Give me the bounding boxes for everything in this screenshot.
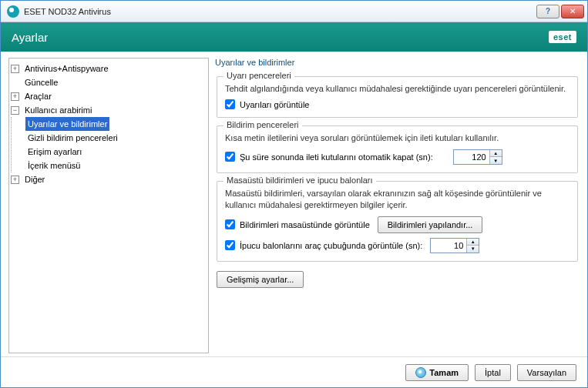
group-desc: Kısa metin iletilerini veya soruları gör… [225, 132, 570, 144]
spinner: ▲ ▼ [489, 150, 502, 164]
tree-item-tools[interactable]: + Araçlar [11, 89, 207, 103]
checkbox-desktop-notify[interactable]: Bildirimleri masaüstünde görüntüle [225, 219, 370, 229]
number-input[interactable] [454, 150, 489, 164]
nav-tree[interactable]: + Antivirus+Antispyware + Güncelle + Ara… [8, 58, 209, 353]
defaults-button[interactable]: Varsayılan [517, 364, 576, 381]
tree-item-update[interactable]: + Güncelle [11, 75, 207, 89]
autoclose-seconds-input[interactable]: ▲ ▼ [453, 149, 502, 165]
close-button[interactable]: ✕ [561, 5, 584, 18]
group-desktop-notifications: Masaüstü bildirimleri ve ipucu balonları… [217, 181, 578, 262]
window-title: ESET NOD32 Antivirus [24, 7, 535, 16]
tooltip-seconds-input[interactable]: ▲ ▼ [430, 238, 479, 253]
group-desc: Tehdit algılandığında veya kullanıcı müd… [225, 83, 570, 95]
content-heading: Uyarılar ve bildirimler [215, 58, 580, 69]
app-window: ESET NOD32 Antivirus ? ✕ Ayarlar eset + … [0, 0, 588, 388]
collapse-icon[interactable]: − [11, 106, 19, 115]
spinner: ▲ ▼ [466, 239, 479, 253]
tree-item-ui[interactable]: − Kullanıcı arabirimi Uyarılar ve bildir… [11, 103, 207, 172]
checkbox-tooltip-balloons[interactable]: İpucu balonlarını araç çubuğunda görüntü… [225, 240, 422, 250]
dialog-footer: Tamam İptal Varsayılan [1, 356, 587, 387]
group-desc: Masaüstü bildirimleri, varsayılan olarak… [225, 188, 570, 212]
spin-up-button[interactable]: ▲ [490, 150, 502, 158]
titlebar[interactable]: ESET NOD32 Antivirus ? ✕ [1, 1, 587, 22]
row-autoclose: Şu süre sonunda ileti kutularını otomati… [225, 149, 570, 165]
checkbox-input[interactable] [225, 219, 235, 229]
expand-icon[interactable]: + [11, 176, 19, 184]
cancel-button[interactable]: İptal [475, 364, 511, 381]
spin-down-button[interactable]: ▼ [467, 246, 479, 253]
app-icon [7, 5, 19, 18]
checkbox-show-alerts[interactable]: Uyarıları görüntüle [225, 99, 570, 109]
body: + Antivirus+Antispyware + Güncelle + Ara… [1, 52, 587, 356]
number-input[interactable] [431, 239, 466, 253]
group-legend: Uyarı pencereleri [223, 71, 294, 80]
content-pane: Uyarılar ve bildirimler Uyarı pencereler… [215, 58, 580, 353]
group-legend: Masaüstü bildirimleri ve ipucu balonları [223, 176, 376, 185]
group-legend: Bildirim pencereleri [223, 120, 302, 129]
page-header: Ayarlar eset [1, 22, 587, 52]
tree-item-other[interactable]: + Diğer [11, 172, 207, 186]
checkbox-input[interactable] [225, 99, 235, 109]
group-notification-windows: Bildirim pencereleri Kısa metin iletiler… [217, 125, 578, 172]
checkbox-input[interactable] [225, 240, 235, 250]
shield-icon [415, 367, 426, 378]
help-button[interactable]: ? [536, 5, 559, 18]
ok-button[interactable]: Tamam [405, 364, 469, 381]
advanced-settings-button[interactable]: Gelişmiş ayarlar... [217, 271, 304, 288]
spin-up-button[interactable]: ▲ [467, 239, 479, 246]
configure-notifications-button[interactable]: Bildirimleri yapılandır... [378, 216, 483, 233]
checkbox-autoclose[interactable] [225, 152, 235, 162]
tree-item-access[interactable]: Erişim ayarları [25, 145, 207, 159]
tree-item-context-menu[interactable]: İçerik menüsü [25, 159, 207, 172]
group-alert-windows: Uyarı pencereleri Tehdit algılandığında … [217, 76, 578, 118]
expand-icon[interactable]: + [11, 65, 19, 73]
spin-down-button[interactable]: ▼ [490, 157, 502, 164]
page-title: Ayarlar [12, 31, 48, 44]
checkbox-label: Şu süre sonunda ileti kutularını otomati… [240, 152, 433, 162]
expand-icon[interactable]: + [11, 92, 19, 101]
tree-item-hidden-windows[interactable]: Gizli bildirim pencereleri [25, 131, 207, 145]
tree-item-alerts[interactable]: Uyarılar ve bildirimler [25, 117, 207, 131]
eset-logo: eset [549, 31, 576, 43]
tree-item-antivirus[interactable]: + Antivirus+Antispyware [11, 62, 207, 75]
